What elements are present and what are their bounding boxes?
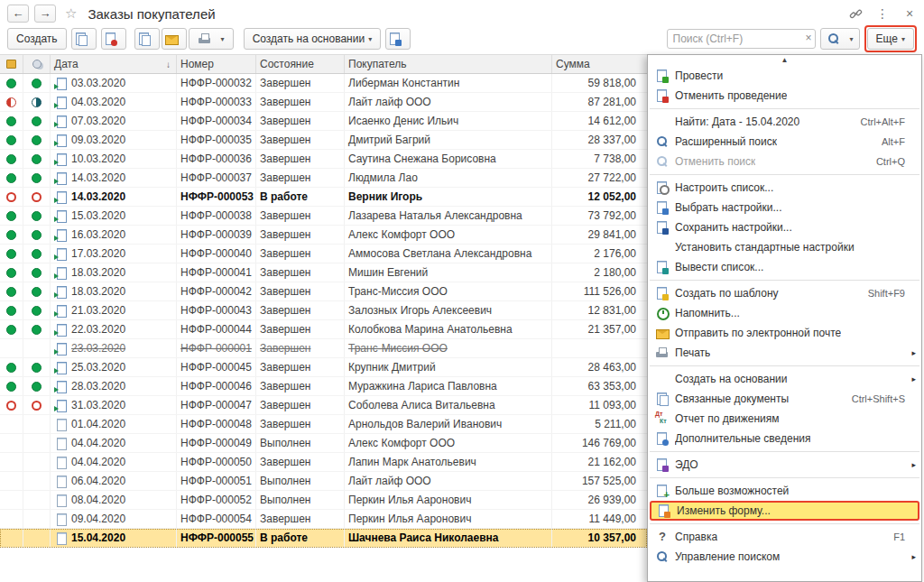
menu-item[interactable]: Управление поиском ▸ (648, 547, 921, 567)
table-row[interactable]: 06.04.2020 НФФР-000051 Выполнен Лайт лай… (0, 472, 647, 491)
number-column-header[interactable]: Номер (177, 55, 256, 73)
menu-item[interactable]: Выбрать настройки... ▸ (648, 198, 921, 217)
order-customer: Лайт лайф ООО (348, 96, 431, 108)
menu-item[interactable]: Создать по шаблону Shift+F9 ▸ (648, 283, 921, 303)
kebab-menu-icon[interactable]: ⋮ (875, 6, 890, 21)
search-button[interactable]: ▾ (820, 28, 860, 50)
table-row[interactable]: 14.03.2020 НФФР-000037 Завершен Людмила … (0, 169, 647, 188)
menu-item[interactable]: Провести ▸ (648, 66, 921, 86)
create-based-on-button[interactable]: Создать на основании ▾ (244, 28, 382, 50)
table-row[interactable]: 28.03.2020 НФФР-000046 Завершен Муражкин… (0, 377, 647, 396)
create-button[interactable]: Создать (7, 28, 67, 50)
table-row[interactable]: 04.04.2020 НФФР-000050 Завершен Лапин Ма… (0, 453, 647, 472)
menu-item[interactable]: Отменить поиск Ctrl+Q ▸ (648, 152, 921, 171)
table-row[interactable]: 23.03.2020 НФФР-000001 Завершен Транс-Ми… (0, 339, 647, 358)
menu-item-icon (655, 550, 670, 564)
shipment-status-icon (6, 401, 16, 411)
table-header: Дата ↓ Номер Состояние Покупатель Сумма (0, 54, 647, 74)
document-icon (54, 305, 67, 317)
table-row[interactable]: 31.03.2020 НФФР-000047 Завершен Соболева… (0, 396, 647, 415)
set-period-button[interactable] (101, 28, 126, 50)
menu-item[interactable]: Установить стандартные настройки ▸ (648, 237, 921, 257)
order-status: Выполнен (260, 494, 310, 506)
amount-column-header[interactable]: Сумма (552, 55, 647, 73)
shipment-status-icon (6, 268, 16, 278)
related-documents-button[interactable] (385, 28, 411, 50)
menu-item-icon (655, 306, 670, 320)
order-number: НФФР-000048 (180, 418, 252, 430)
menu-item-icon (655, 180, 670, 195)
menu-scroll-up-icon[interactable]: ▲ (648, 55, 921, 66)
table-row[interactable]: 07.03.2020 НФФР-000034 Завершен Исаенко … (0, 112, 647, 131)
table-row[interactable]: 09.03.2020 НФФР-000035 Завершен Дмитрий … (0, 131, 647, 150)
table-row[interactable]: 14.03.2020 НФФР-000053 В работе Верник И… (0, 188, 647, 207)
copy-button[interactable] (134, 28, 160, 50)
table-row[interactable]: 03.03.2020 НФФР-000032 Завершен Либерман… (0, 74, 647, 93)
payment-status-column-header[interactable] (23, 55, 51, 73)
create-by-copy-button[interactable] (71, 28, 97, 50)
search-input[interactable] (667, 29, 816, 49)
menu-item[interactable]: Расширенный поиск Alt+F ▸ (648, 132, 921, 152)
order-amount: 12 831,00 (588, 304, 636, 317)
print-button[interactable]: ▾ (189, 28, 234, 50)
order-status: Завершен (260, 361, 310, 374)
forward-button[interactable]: → (34, 5, 56, 23)
order-amount: 157 525,00 (582, 475, 636, 487)
table-row[interactable]: 01.04.2020 НФФР-000048 Завершен Арнольдо… (0, 415, 647, 434)
more-button[interactable]: Еще ▾ (867, 28, 914, 50)
table-row[interactable]: 10.03.2020 НФФР-000036 Завершен Саутина … (0, 150, 647, 169)
menu-item[interactable]: ЭДО ▸ (648, 455, 921, 475)
menu-item[interactable]: Печать ▸ (648, 343, 921, 363)
order-status: Завершен (260, 228, 310, 241)
order-date: 18.03.2020 (71, 266, 125, 279)
menu-item[interactable]: Сохранить настройки... ▸ (648, 217, 921, 237)
menu-item[interactable]: Создать на основании ▸ (648, 369, 921, 389)
menu-item[interactable]: Дополнительные сведения ▸ (648, 429, 921, 448)
menu-item[interactable]: Отправить по электронной почте ▸ (648, 323, 921, 343)
menu-item[interactable]: Настроить список... ▸ (648, 178, 921, 198)
menu-item[interactable]: Напомнить... ▸ (648, 303, 921, 323)
table-row[interactable]: 09.04.2020 НФФР-000054 Завершен Перкин И… (0, 510, 647, 529)
link-icon[interactable] (848, 6, 863, 21)
back-button[interactable]: ← (7, 5, 29, 23)
date-column-header[interactable]: Дата ↓ (51, 55, 177, 73)
status-column-header[interactable]: Состояние (256, 55, 345, 73)
menu-item[interactable]: Отчет по движениям ▸ (648, 409, 921, 429)
table-row[interactable]: 17.03.2020 НФФР-000040 Завершен Аммосова… (0, 245, 647, 263)
table-row[interactable]: 18.03.2020 НФФР-000042 Завершен Транс-Ми… (0, 282, 647, 301)
table-row[interactable]: 08.04.2020 НФФР-000052 Выполнен Перкин И… (0, 491, 647, 510)
menu-item[interactable]: Отменить проведение ▸ (648, 86, 921, 106)
table-row[interactable]: 04.04.2020 НФФР-000049 Выполнен Алекс Ко… (0, 434, 647, 453)
table-row[interactable]: 18.03.2020 НФФР-000041 Завершен Мишин Ев… (0, 263, 647, 282)
menu-item[interactable]: Изменить форму... ▸ (650, 501, 919, 521)
payment-status-icon (32, 287, 42, 297)
toolbar: Создать ▾ Создать на основании ▾ × ▾ (0, 25, 924, 52)
menu-item-label: Печать (675, 346, 710, 359)
table-row[interactable]: 15.03.2020 НФФР-000038 Завершен Лазарева… (0, 207, 647, 226)
clear-search-icon[interactable]: × (806, 32, 812, 44)
document-icon (54, 229, 67, 241)
customer-column-header[interactable]: Покупатель (345, 55, 552, 73)
menu-item-icon (655, 88, 670, 103)
order-date: 14.03.2020 (71, 190, 125, 203)
shipment-status-column-header[interactable] (0, 55, 23, 73)
table-row[interactable]: 16.03.2020 НФФР-000039 Завершен Алекс Ко… (0, 226, 647, 245)
favorite-star-icon[interactable]: ☆ (65, 5, 77, 22)
order-status: Завершен (260, 399, 310, 411)
menu-item[interactable]: Связанные документы Ctrl+Shift+S ▸ (648, 389, 921, 409)
order-status: Завершен (260, 285, 310, 298)
table-row[interactable]: 25.03.2020 НФФР-000045 Завершен Крупник … (0, 358, 647, 377)
table-row[interactable]: 21.03.2020 НФФР-000043 Завершен Залозных… (0, 301, 647, 320)
order-amount: 63 353,00 (588, 380, 636, 393)
close-icon[interactable]: × (902, 6, 917, 21)
order-customer: Залозных Игорь Алексеевич (348, 304, 492, 317)
table-row[interactable]: 22.03.2020 НФФР-000044 Завершен Колобков… (0, 320, 647, 339)
email-button[interactable] (162, 28, 187, 50)
table-row[interactable]: 15.04.2020 НФФР-000055 В работе Шачнева … (0, 529, 647, 548)
menu-item[interactable]: Справка F1 ▸ (648, 527, 921, 547)
menu-item[interactable]: Найти: Дата - 15.04.2020 Ctrl+Alt+F ▸ (648, 112, 921, 132)
menu-item[interactable]: Больше возможностей ▸ (648, 481, 921, 501)
menu-item[interactable]: Вывести список... ▸ (648, 257, 921, 277)
more-menu-list: Провести ▸ Отменить проведение ▸ Найти: … (648, 66, 921, 581)
table-row[interactable]: 04.03.2020 НФФР-000033 Завершен Лайт лай… (0, 93, 647, 112)
